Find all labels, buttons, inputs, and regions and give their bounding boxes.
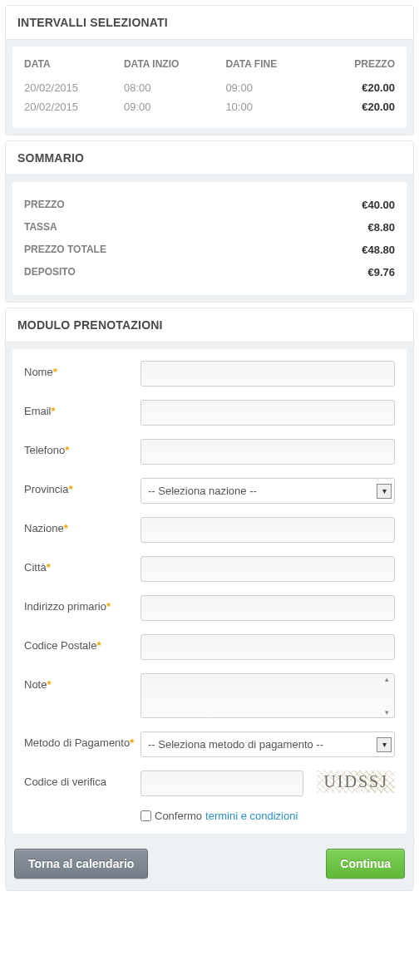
required-icon: *	[53, 366, 57, 378]
confirm-row: Confermo termini e condizioni	[140, 810, 395, 822]
table-row: 20/02/2015 08:00 09:00 €20.00	[24, 78, 395, 97]
cell-fine: 10:00	[225, 97, 320, 116]
cell-inizio: 08:00	[124, 78, 225, 97]
payment-select-wrap: -- Seleziona metodo di pagamento -- ▾	[140, 731, 395, 757]
col-inizio: DATA INZIO	[124, 58, 225, 78]
summary-value: €48.80	[362, 244, 395, 256]
city-field[interactable]	[140, 556, 395, 582]
row-name: Nome*	[24, 361, 395, 387]
label-email: Email*	[24, 400, 140, 417]
label-city: Città*	[24, 556, 140, 574]
required-icon: *	[47, 561, 51, 574]
row-nation: Nazione*	[24, 517, 395, 543]
summary-row: PREZZO €40.00	[24, 194, 395, 216]
required-icon: *	[68, 483, 72, 495]
row-city: Città*	[24, 556, 395, 582]
cell-data: 20/02/2015	[24, 78, 124, 97]
summary-body: PREZZO €40.00 TASSA €8.80 PREZZO TOTALE …	[6, 175, 413, 302]
required-icon: *	[106, 600, 111, 613]
form-title: MODULO PRENOTAZIONI	[6, 308, 413, 342]
cell-prezzo: €20.00	[320, 78, 395, 97]
captcha-image: UIDSSJ	[317, 771, 395, 793]
intervals-panel: INTERVALLI SELEZIONATI DATA DATA INZIO D…	[5, 5, 414, 135]
cell-data: 20/02/2015	[24, 97, 124, 116]
province-select-wrap: -- Seleziona nazione -- ▾	[140, 478, 395, 504]
summary-row: DEPOSITO €9.76	[24, 261, 395, 283]
row-captcha: Codice di verifica UIDSSJ	[24, 771, 395, 796]
row-notes: Note* ▴▾	[24, 673, 395, 718]
summary-row: TASSA €8.80	[24, 216, 395, 239]
form-body: Nome* Email* Telefono* Provincia* -- Sel…	[6, 342, 413, 840]
summary-value: €9.76	[367, 266, 395, 278]
row-province: Provincia* -- Seleziona nazione -- ▾	[24, 478, 395, 504]
confirm-checkbox[interactable]	[140, 810, 151, 821]
intervals-table: DATA DATA INZIO DATA FINE PREZZO 20/02/2…	[24, 58, 395, 116]
label-nation: Nazione*	[24, 517, 140, 534]
form-panel: MODULO PRENOTAZIONI Nome* Email* Telefon…	[5, 308, 414, 891]
address-field[interactable]	[140, 595, 395, 621]
summary-panel: SOMMARIO PREZZO €40.00 TASSA €8.80 PREZZ…	[5, 140, 414, 303]
required-icon: *	[130, 736, 134, 749]
confirm-text: Confermo	[155, 810, 202, 822]
name-field[interactable]	[140, 361, 395, 387]
intervals-title: INTERVALLI SELEZIONATI	[6, 6, 413, 40]
col-fine: DATA FINE	[225, 58, 320, 78]
summary-label: PREZZO	[24, 199, 65, 211]
required-icon: *	[64, 522, 68, 534]
row-email: Email*	[24, 400, 395, 426]
required-icon: *	[65, 444, 69, 456]
intervals-inner: DATA DATA INZIO DATA FINE PREZZO 20/02/2…	[12, 47, 407, 128]
label-postal: Codice Postale*	[24, 634, 140, 652]
payment-select[interactable]: -- Seleziona metodo di pagamento --	[140, 731, 395, 757]
postal-field[interactable]	[140, 634, 395, 660]
row-postal: Codice Postale*	[24, 634, 395, 660]
label-captcha: Codice di verifica	[24, 771, 140, 788]
cell-inizio: 09:00	[124, 97, 225, 116]
continue-button[interactable]: Continua	[326, 849, 405, 879]
col-data: DATA	[24, 58, 124, 78]
row-payment: Metodo di Pagamento* -- Seleziona metodo…	[24, 731, 395, 757]
label-address: Indirizzo primario*	[24, 595, 140, 613]
summary-label: PREZZO TOTALE	[24, 244, 106, 256]
label-notes: Note*	[24, 673, 140, 691]
email-field[interactable]	[140, 400, 395, 426]
required-icon: *	[96, 639, 101, 652]
notes-field[interactable]	[140, 673, 395, 718]
row-address: Indirizzo primario*	[24, 595, 395, 621]
summary-row: PREZZO TOTALE €48.80	[24, 239, 395, 261]
summary-label: TASSA	[24, 221, 57, 234]
label-province: Provincia*	[24, 478, 140, 495]
table-row: 20/02/2015 09:00 10:00 €20.00	[24, 97, 395, 116]
phone-field[interactable]	[140, 439, 395, 465]
required-icon: *	[47, 678, 51, 691]
label-name: Nome*	[24, 361, 140, 378]
summary-inner: PREZZO €40.00 TASSA €8.80 PREZZO TOTALE …	[12, 182, 407, 295]
cell-prezzo: €20.00	[320, 97, 395, 116]
nation-field[interactable]	[140, 517, 395, 543]
form-inner: Nome* Email* Telefono* Provincia* -- Sel…	[12, 349, 407, 834]
summary-value: €8.80	[367, 221, 395, 234]
captcha-field[interactable]	[140, 771, 303, 796]
footer-bar: Torna al calendario Continua	[6, 840, 413, 890]
row-phone: Telefono*	[24, 439, 395, 465]
label-payment: Metodo di Pagamento*	[24, 731, 140, 749]
summary-value: €40.00	[362, 199, 395, 211]
col-prezzo: PREZZO	[320, 58, 395, 78]
summary-label: DEPOSITO	[24, 266, 76, 278]
intervals-body: DATA DATA INZIO DATA FINE PREZZO 20/02/2…	[6, 40, 413, 135]
back-button[interactable]: Torna al calendario	[14, 849, 148, 879]
cell-fine: 09:00	[225, 78, 320, 97]
terms-link[interactable]: termini e condizioni	[205, 810, 298, 822]
province-select[interactable]: -- Seleziona nazione --	[140, 478, 395, 504]
label-phone: Telefono*	[24, 439, 140, 456]
notes-wrap: ▴▾	[140, 673, 395, 718]
required-icon: *	[52, 405, 56, 417]
summary-title: SOMMARIO	[6, 141, 413, 175]
